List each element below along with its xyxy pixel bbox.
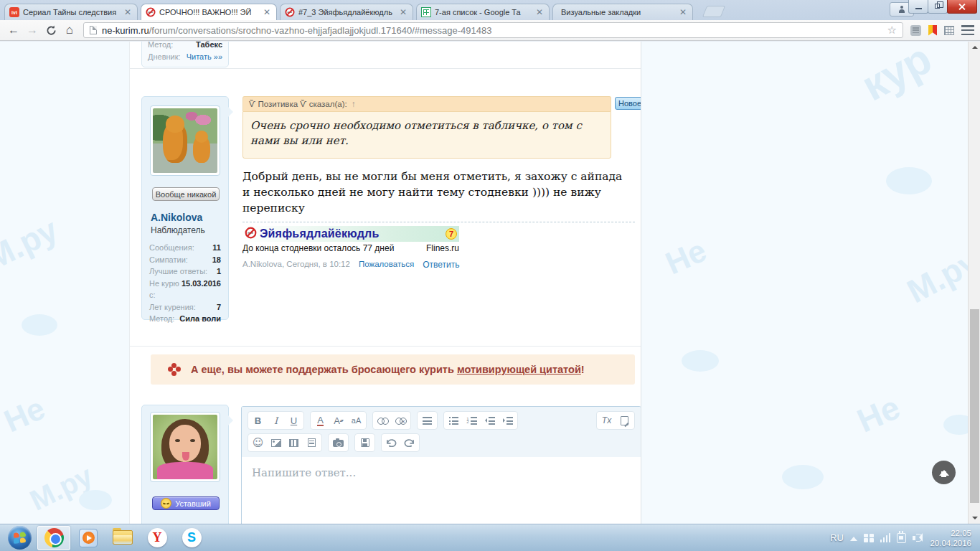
signature-brand: Flines.ru — [426, 243, 459, 253]
reload-button[interactable] — [42, 22, 60, 39]
scroll-down-arrow[interactable] — [969, 512, 980, 524]
signature-title: Эйяфьядлайёкюдль — [260, 227, 380, 240]
scroll-up-arrow[interactable] — [969, 42, 980, 53]
author-avatar[interactable] — [150, 105, 220, 176]
numbered-list-button[interactable]: 1 2 — [463, 413, 481, 428]
minimize-button[interactable] — [908, 0, 928, 14]
restore-icon — [935, 4, 940, 9]
address-bar[interactable]: ne-kurim.ru/forum/conversations/srochno-… — [83, 22, 903, 38]
clock-date: 20.04.2016 — [930, 538, 971, 548]
quote-block-icon — [308, 438, 316, 447]
taskbar-media-player-button[interactable] — [72, 526, 105, 550]
post-meta: A.Nikolova, Сегодня, в 10:12 — [242, 260, 350, 270]
hidden-icons-arrow[interactable] — [850, 533, 857, 541]
camera-icon — [333, 440, 344, 447]
diary-link[interactable]: Читать »» — [187, 51, 222, 63]
font-family-button[interactable]: aA — [347, 413, 365, 428]
restore-button[interactable] — [928, 0, 948, 14]
indent-button[interactable] — [499, 413, 517, 428]
reply-link[interactable]: Ответить — [423, 260, 459, 270]
back-button[interactable]: ← — [4, 22, 23, 39]
forum-page: кур М.ру Не Не М.ру Не М.ру Метод:Табекс… — [0, 42, 980, 524]
upload-photo-button[interactable] — [329, 435, 347, 451]
mood-badge: Вообще никакой — [152, 187, 220, 201]
windows-update-icon[interactable] — [864, 534, 874, 542]
underline-button[interactable]: U — [285, 413, 303, 428]
report-link[interactable]: Пожаловаться — [359, 260, 414, 270]
post-footer: A.Nikolova, Сегодня, в 10:12 Пожаловатьс… — [242, 260, 635, 270]
watermark-text: М.ру — [0, 210, 64, 278]
save-draft-button[interactable] — [356, 435, 374, 451]
tab-srochno-active[interactable]: СРОЧНО!!! ВАЖНО!!! ЭЙ ✕ — [141, 4, 277, 20]
remove-formatting-button[interactable]: Tx — [598, 413, 616, 428]
tab-close-icon[interactable]: ✕ — [123, 9, 133, 16]
stat-row: Лучшие ответы:1 — [149, 265, 221, 278]
undo-button[interactable] — [382, 435, 400, 451]
image-icon — [271, 439, 281, 447]
insert-link-button[interactable] — [374, 413, 392, 428]
signature-banner[interactable]: Эйяфьядлайёкюдль 7 До конца стодневки ос… — [242, 226, 459, 253]
close-button[interactable] — [947, 0, 977, 14]
scroll-to-top-button[interactable] — [932, 461, 956, 484]
new-tab-button[interactable] — [702, 6, 725, 17]
smilies-button[interactable]: ☺ — [249, 435, 267, 451]
reload-icon — [46, 25, 57, 36]
tab-close-icon[interactable]: ✕ — [262, 9, 272, 16]
alignment-button[interactable] — [418, 413, 436, 428]
font-size-button[interactable]: A — [329, 413, 347, 428]
goto-quoted-post-link[interactable]: ↑ — [352, 100, 356, 108]
taskbar-chrome-button[interactable] — [37, 526, 70, 550]
taskbar-skype-button[interactable]: S — [175, 526, 208, 550]
page-scrollbar[interactable] — [968, 42, 980, 524]
tired-emoji-icon — [161, 498, 171, 509]
reply-editor: B I U A A aA — [241, 406, 641, 524]
watermark-text: кур — [854, 42, 940, 110]
motivating-quote-link[interactable]: мотивирующей цитатой — [457, 364, 581, 375]
forward-button[interactable]: → — [23, 22, 42, 39]
language-indicator[interactable]: RU — [830, 532, 844, 543]
start-button[interactable] — [3, 526, 36, 550]
scrollbar-thumb[interactable] — [970, 309, 979, 503]
taskbar-yandex-button[interactable]: Y — [141, 526, 174, 550]
italic-button[interactable]: I — [267, 413, 285, 428]
post-divider — [130, 346, 641, 347]
table-extension-icon[interactable] — [944, 26, 954, 35]
tab-serial[interactable]: ivi Сериал Тайны следствия ✕ — [4, 4, 138, 20]
drafts-button[interactable] — [616, 413, 633, 428]
editor-toolbar: B I U A A aA — [242, 407, 641, 457]
tab-close-icon[interactable]: ✕ — [678, 9, 688, 16]
author-name-link[interactable]: A.Nikolova — [151, 212, 202, 223]
new-message-badge[interactable]: Новое — [615, 97, 641, 110]
tab-close-icon[interactable]: ✕ — [534, 9, 545, 16]
tab-visual-bookmarks[interactable]: Визуальные закладки ✕ — [552, 4, 693, 20]
taskbar-clock[interactable]: 22:05 20.04.2016 — [930, 528, 971, 548]
tab-google-sheets[interactable]: 7-ая список - Google Та ✕ — [416, 4, 550, 20]
browser-menu-button[interactable] — [960, 24, 976, 37]
reply-text-input[interactable]: Напишите ответ... — [242, 457, 641, 514]
remove-link-button[interactable] — [392, 413, 410, 428]
outdent-button[interactable] — [481, 413, 499, 428]
stat-row: Метод:Сила воли — [149, 313, 221, 325]
redo-button[interactable] — [400, 435, 418, 451]
bookmark-flag-extension-icon[interactable] — [928, 25, 937, 36]
text-color-button[interactable]: A — [311, 413, 329, 428]
current-user-card: Уставший — [141, 405, 229, 524]
bold-button[interactable]: B — [249, 413, 267, 428]
current-user-avatar[interactable] — [150, 412, 220, 482]
power-plug-icon[interactable] — [897, 533, 906, 543]
thread-content: Метод:Табекс Дневник:Читать »» Вообще ни… — [129, 42, 641, 524]
bookmark-star-icon[interactable]: ☆ — [887, 24, 897, 37]
network-signal-icon[interactable] — [880, 533, 891, 542]
url-text: ne-kurim.ru/forum/conversations/srochno-… — [102, 25, 883, 36]
ivi-icon: ivi — [9, 7, 19, 17]
extension-icon[interactable] — [910, 25, 921, 36]
insert-quote-button[interactable] — [303, 435, 321, 451]
insert-image-button[interactable] — [267, 435, 285, 451]
home-button[interactable]: ⌂ — [60, 22, 79, 39]
tab-eyjafjalla[interactable]: #7_3 Эйяфьядлайёкюдль ✕ — [280, 4, 413, 20]
tab-close-icon[interactable]: ✕ — [398, 9, 408, 16]
volume-icon[interactable] — [913, 533, 923, 542]
taskbar-explorer-button[interactable] — [106, 526, 139, 550]
bullet-list-button[interactable] — [445, 413, 463, 428]
insert-media-button[interactable] — [285, 435, 303, 451]
